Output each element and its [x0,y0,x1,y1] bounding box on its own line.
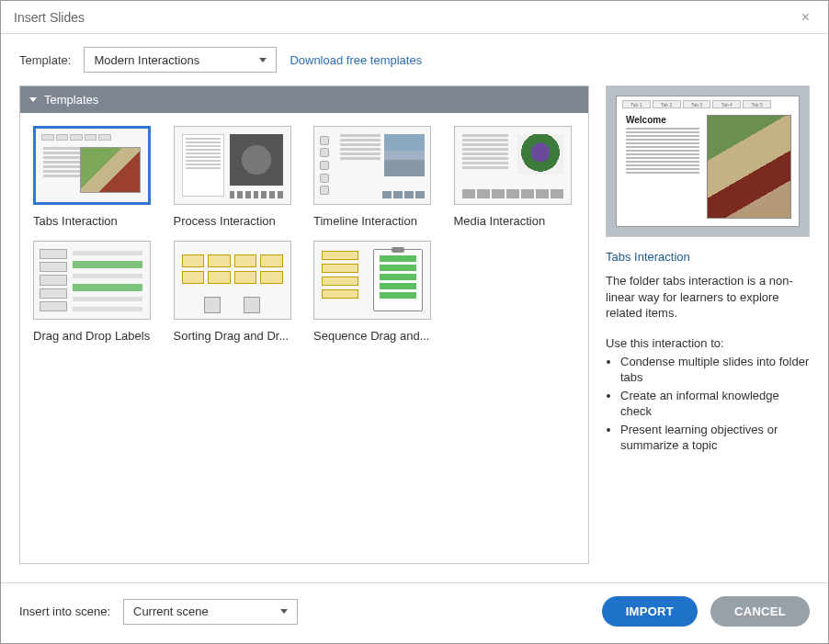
template-label: Template: [19,53,71,67]
template-thumb [313,241,431,320]
preview-tab: Tab 3 [683,100,711,108]
template-item[interactable]: Drag and Drop Labels [33,241,155,343]
template-select-value: Modern Interactions [94,53,199,67]
titlebar: Insert Slides × [1,1,828,34]
template-thumb [33,126,151,205]
template-thumb [174,126,291,205]
template-name: Sorting Drag and Dr... [174,329,291,343]
template-selector-row: Template: Modern Interactions Download f… [1,34,828,85]
footer: Insert into scene: Current scene IMPORT … [1,582,828,643]
preview-bullet: Condense multiple slides into folder tab… [620,354,810,386]
preview-tab: Tab 2 [653,100,681,108]
preview-title: Tabs Interaction [606,250,810,264]
preview-bullet: Present learning objectives or summarize… [620,422,810,454]
template-select[interactable]: Modern Interactions [84,47,277,73]
preview-heading: Welcome [626,115,666,125]
insert-scene-label: Insert into scene: [19,604,110,618]
template-item[interactable]: Sequence Drag and... [313,241,436,343]
templates-grid: Tabs InteractionProcess InteractionTimel… [20,113,588,356]
template-thumb [313,126,431,205]
preview-bullet: Create an informal knowledge check [620,388,810,420]
preview-tab: Tab 1 [622,100,651,108]
template-name: Media Interaction [454,214,572,228]
cancel-button[interactable]: CANCEL [710,596,810,627]
dialog-title: Insert Slides [14,10,85,25]
template-name: Timeline Interaction [313,214,431,228]
template-name: Tabs Interaction [33,214,151,228]
templates-section-header[interactable]: Templates [20,86,588,113]
template-name: Drag and Drop Labels [33,329,151,343]
scene-select[interactable]: Current scene [123,599,298,625]
template-thumb [33,241,151,320]
template-item[interactable]: Process Interaction [174,126,296,228]
template-name: Process Interaction [174,214,291,228]
preview-bullets: Condense multiple slides into folder tab… [606,354,810,456]
templates-panel: Templates Tabs InteractionProcess Intera… [19,85,589,564]
preview-thumbnail: Tab 1Tab 2Tab 3Tab 4Tab 5 Welcome [606,85,810,237]
chevron-down-icon [259,58,267,62]
close-icon[interactable]: × [796,6,815,29]
template-item[interactable]: Sorting Drag and Dr... [174,241,296,343]
template-thumb [174,241,291,320]
preview-description: The folder tabs interaction is a non-lin… [606,273,810,322]
preview-use-heading: Use this interaction to: [606,336,810,350]
preview-tab: Tab 4 [712,100,741,108]
preview-tab: Tab 5 [743,100,771,108]
collapse-icon [29,97,37,102]
preview-panel: Tab 1Tab 2Tab 3Tab 4Tab 5 Welcome Tabs I… [606,85,810,564]
import-button[interactable]: IMPORT [602,596,698,627]
template-item[interactable]: Media Interaction [454,126,576,228]
template-item[interactable]: Tabs Interaction [33,126,155,228]
template-item[interactable]: Timeline Interaction [313,126,436,228]
scene-select-value: Current scene [133,604,209,618]
download-templates-link[interactable]: Download free templates [290,53,422,67]
preview-image [707,115,791,219]
template-thumb [454,126,572,205]
template-name: Sequence Drag and... [313,329,431,343]
templates-section-title: Templates [44,93,98,107]
chevron-down-icon [280,609,288,614]
